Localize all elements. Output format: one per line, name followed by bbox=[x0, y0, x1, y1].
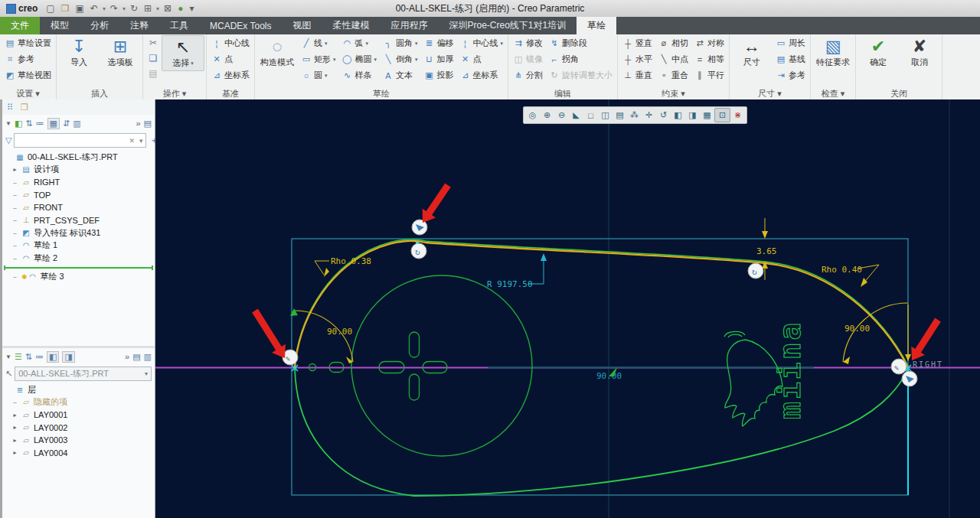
ribbon-group-label[interactable]: 检查 ▾ bbox=[812, 88, 854, 99]
line-button[interactable]: ╱线▾ bbox=[298, 35, 339, 51]
parallel-button[interactable]: ∥平行 bbox=[691, 67, 727, 83]
point-button[interactable]: ✕点 bbox=[208, 51, 253, 67]
project-button[interactable]: ▣投影 bbox=[421, 67, 457, 83]
filter-funnel-icon[interactable]: ▽ bbox=[5, 135, 11, 145]
expand-arrow-icon[interactable]: ▸ bbox=[11, 166, 18, 173]
filter-sort-icon[interactable]: ⇵ bbox=[63, 119, 70, 129]
tree-dropdown-icon[interactable]: ▼ bbox=[5, 120, 11, 127]
dropdown-arrow-icon[interactable]: ▾ bbox=[374, 57, 377, 63]
ribbon-group-label[interactable]: 约束 ▾ bbox=[619, 88, 727, 99]
tree-item-1[interactable]: –▱RIGHT bbox=[2, 176, 155, 189]
tab-file[interactable]: 文件 bbox=[0, 17, 40, 34]
layer-page-icon[interactable]: ▥ bbox=[144, 352, 152, 362]
equal-button[interactable]: =相等 bbox=[691, 51, 727, 67]
view-manager-icon[interactable]: ▤ bbox=[612, 109, 627, 122]
corner-button[interactable]: ⌐拐角 bbox=[546, 51, 616, 67]
point-button[interactable]: ✕点 bbox=[457, 51, 507, 67]
windows-icon[interactable]: ⊞ bbox=[142, 3, 154, 14]
horizontal-button[interactable]: ┼水平 bbox=[619, 51, 655, 67]
dim-big-radius[interactable]: R 9197.50 bbox=[487, 279, 533, 289]
layer-dropdown-icon[interactable]: ▼ bbox=[5, 353, 11, 360]
divide-button[interactable]: ⋔分割 bbox=[510, 67, 546, 83]
dropdown-arrow-icon[interactable]: ▾ bbox=[415, 41, 418, 47]
dropdown-arrow-icon[interactable]: ▾ bbox=[325, 41, 328, 47]
tree-filter-input[interactable] bbox=[15, 135, 126, 147]
feature-req-button[interactable]: ▧特征要求 bbox=[812, 35, 854, 70]
copy-icon[interactable]: ❏ bbox=[145, 50, 162, 66]
tangent-button[interactable]: ⌀相切 bbox=[655, 35, 691, 51]
tab-menu-9[interactable]: 深圳Proe-Creo线下1对1培训 bbox=[438, 17, 577, 34]
ellipse-button[interactable]: ◯椭圆▾ bbox=[339, 51, 381, 67]
reference-circle[interactable] bbox=[351, 275, 532, 456]
centerline-button[interactable]: ¦中心线 bbox=[208, 35, 253, 51]
offset-button[interactable]: ≣偏移 bbox=[421, 35, 457, 51]
dim-rho-right[interactable]: Rho 0.40 bbox=[822, 265, 862, 275]
dim-angle-left[interactable]: 90.00 bbox=[327, 327, 352, 337]
zoom-out-icon[interactable]: ⊖ bbox=[554, 109, 569, 122]
symmetric-button[interactable]: ⇄对称 bbox=[691, 35, 727, 51]
arc-button[interactable]: ◠弧▾ bbox=[339, 35, 381, 51]
save-icon[interactable]: ▣ bbox=[73, 3, 86, 14]
redo-icon[interactable]: ↷ bbox=[108, 3, 120, 14]
dropdown-arrow-icon[interactable]: ▾ bbox=[366, 41, 369, 47]
dropdown-arrow-icon[interactable]: ▾ bbox=[415, 57, 418, 63]
spline-button[interactable]: ∿样条 bbox=[339, 67, 381, 83]
layer-list-icon[interactable]: ▤ bbox=[132, 352, 140, 362]
saved-orientations-icon[interactable]: ◫ bbox=[598, 109, 612, 122]
spin-center-icon[interactable]: ↺ bbox=[656, 109, 671, 122]
perpendicular-button[interactable]: ⊥垂直 bbox=[619, 67, 655, 83]
midpoint-button[interactable]: ╲中点 bbox=[655, 51, 691, 67]
layer-item-1[interactable]: ▸▱LAY0001 bbox=[2, 409, 155, 422]
dim-angle-right[interactable]: 90.00 bbox=[844, 324, 870, 334]
zoom-in-icon[interactable]: ⊕ bbox=[540, 109, 554, 122]
perimeter-button[interactable]: ▭周长 bbox=[773, 35, 808, 51]
text-button[interactable]: A文本 bbox=[380, 67, 421, 83]
layer-item-0[interactable]: –▱隐藏的项 bbox=[2, 396, 155, 409]
tree-item-5[interactable]: –◩导入特征 标识431 bbox=[2, 226, 155, 239]
tree-page-icon[interactable]: ▤ bbox=[144, 119, 152, 129]
layer-collapse-icon[interactable]: ⇅ bbox=[25, 352, 32, 362]
tab-menu-6[interactable]: 视图 bbox=[282, 17, 322, 34]
ref-dim-button[interactable]: ⇥参考 bbox=[773, 67, 808, 83]
tab-menu-2[interactable]: 分析 bbox=[80, 17, 119, 34]
fillet-button[interactable]: ╮圆角▾ bbox=[380, 35, 421, 51]
tree-item-4[interactable]: –⊥PRT_CSYS_DEF bbox=[2, 214, 155, 227]
construction-button[interactable]: ◌构造模式 bbox=[256, 35, 298, 70]
undo-icon[interactable]: ↶ bbox=[88, 3, 100, 14]
close-icon[interactable]: ⊠ bbox=[162, 3, 174, 14]
insert-indicator[interactable] bbox=[4, 267, 153, 269]
tree-columns-icon[interactable]: ▥ bbox=[73, 119, 80, 129]
select-button[interactable]: ↖选择▾ bbox=[162, 35, 204, 71]
customize-icon[interactable]: ▾ bbox=[187, 3, 196, 14]
3d-csys-icon[interactable]: ⋇ bbox=[730, 109, 745, 122]
expand-arrow-icon[interactable]: ▸ bbox=[11, 437, 18, 444]
slot[interactable] bbox=[410, 332, 420, 357]
import-button[interactable]: ↧导入 bbox=[58, 35, 100, 70]
layer-overflow-icon[interactable]: » bbox=[125, 352, 129, 361]
reference-conic-curve[interactable] bbox=[295, 239, 908, 367]
model-tree-icon[interactable]: ◧ bbox=[15, 119, 22, 129]
ok-button[interactable]: ✔确定 bbox=[858, 35, 899, 70]
thicken-button[interactable]: ⊔加厚 bbox=[421, 51, 457, 67]
tree-item-2[interactable]: –▱TOP bbox=[2, 189, 155, 202]
select-cursor-icon[interactable]: ↖ bbox=[5, 369, 12, 379]
cancel-button[interactable]: ✘取消 bbox=[899, 35, 940, 70]
dropdown-arrow-icon[interactable]: ▾ bbox=[191, 60, 194, 67]
tree-item-0[interactable]: ▸▤设计项 bbox=[2, 164, 155, 177]
display-style-icon[interactable]: □ bbox=[583, 109, 598, 122]
delete-segment-button[interactable]: ↯删除段 bbox=[546, 35, 616, 51]
sketch-view-button[interactable]: ◩草绘视图 bbox=[2, 67, 54, 83]
outer-profile-curve[interactable] bbox=[295, 368, 908, 496]
circle-button[interactable]: ○圆▾ bbox=[298, 67, 339, 83]
expand-arrow-icon[interactable]: ▸ bbox=[11, 449, 18, 456]
dropdown-arrow-icon[interactable]: ▾ bbox=[325, 73, 328, 79]
cut-icon[interactable]: ✂ bbox=[145, 35, 162, 50]
graphics-area[interactable]: ◎⊕⊖◣□◫▤⁂✛↺◧◨▦⊡⋇ 90.00 bbox=[155, 99, 980, 518]
ribbon-group-label[interactable]: 操作 ▾ bbox=[145, 88, 204, 99]
sketch-orientation-icon[interactable]: ⊡ bbox=[714, 108, 730, 122]
layer-root[interactable]: ≣层 bbox=[2, 383, 155, 396]
centerline-button[interactable]: ¦中心线▾ bbox=[457, 35, 507, 51]
plane-display-icon[interactable]: ◧ bbox=[671, 109, 685, 122]
play-icon[interactable]: ● bbox=[175, 3, 185, 14]
layer-item-4[interactable]: ▸▱LAY0004 bbox=[2, 447, 155, 460]
